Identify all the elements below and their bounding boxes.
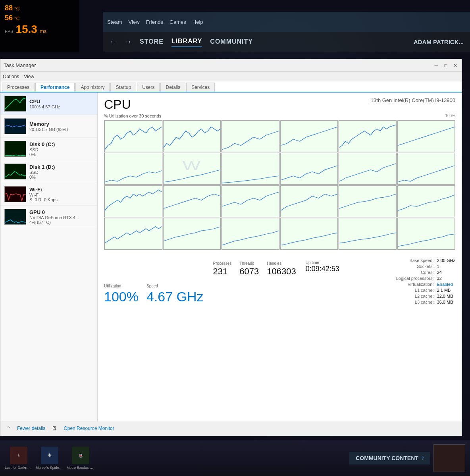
sockets-label: Sockets: <box>382 264 434 269</box>
handles-value: 106303 <box>267 266 296 277</box>
l2-label: L2 cache: <box>382 294 434 299</box>
tab-app-history[interactable]: App history <box>75 83 110 92</box>
community-title: COMMUNITY CONTENT <box>356 455 418 461</box>
sidebar-item-disk0[interactable]: Disk 0 (C:) SSD 0% <box>0 138 97 160</box>
util-stat-value: 100% <box>104 289 139 304</box>
cpu-cell-13 <box>104 185 162 217</box>
tab-startup[interactable]: Startup <box>110 83 136 92</box>
nav-library[interactable]: LIBRARY <box>171 36 202 47</box>
community-content-panel[interactable]: COMMUNITY CONTENT ? <box>349 452 430 464</box>
tab-users[interactable]: Users <box>137 83 160 92</box>
window-controls: ─ □ ✕ <box>433 62 458 69</box>
steam-menu-view[interactable]: View <box>129 19 140 25</box>
l3-val: 36.0 MB <box>437 300 453 304</box>
logical-val: 32 <box>437 276 442 281</box>
disk1-sidebar-info: Disk 1 (D:) SSD 0% <box>29 164 93 179</box>
cpu-cell-12 <box>397 153 455 185</box>
cpu-grid: W <box>104 120 455 250</box>
sidebar-item-gpu[interactable]: GPU 0 NVIDIA GeForce RTX 4... 4% (57 °C) <box>0 206 97 228</box>
wifi-sidebar-name: Wi-Fi <box>29 187 93 193</box>
sidebar-item-cpu[interactable]: CPU 100% 4.67 GHz <box>0 93 97 115</box>
util-stat-label: Utilization <box>104 284 139 288</box>
minimize-button[interactable]: ─ <box>433 62 439 69</box>
cpu-model: 13th Gen Intel(R) Core(TM) i9-13900 <box>371 97 455 103</box>
cpu-cell-17 <box>339 185 397 217</box>
maximize-button[interactable]: □ <box>443 62 449 69</box>
logical-label: Logical processors: <box>382 276 434 281</box>
hud-fps-label: FPS <box>5 29 13 34</box>
cpu-cell-5 <box>339 120 397 152</box>
cpu-cell-7 <box>104 153 162 185</box>
steam-menu-steam[interactable]: Steam <box>107 19 122 25</box>
util-max: 100% <box>445 114 455 118</box>
sidebar-item-disk1[interactable]: Disk 1 (D:) SSD 0% <box>0 160 97 183</box>
nav-forward-arrow[interactable]: → <box>125 38 132 46</box>
tab-details[interactable]: Details <box>160 83 185 92</box>
utilization-group: Utilization 100% <box>104 284 139 304</box>
sidebar-item-memory[interactable]: Memory 20.1/31.7 GB (63%) <box>0 115 97 138</box>
stats-left: Utilization 100% Speed 4.67 GHz Processe… <box>104 256 339 304</box>
nav-community[interactable]: COMMUNITY <box>210 37 253 47</box>
cpu-cell-19 <box>104 218 162 250</box>
cpu-cell-4 <box>280 120 338 152</box>
taskbar-label-spiderman: Marvel's Spider-Man: Miles Mora... <box>36 466 64 470</box>
memory-sidebar-detail: 20.1/31.7 GB (63%) <box>29 127 93 132</box>
steam-menu-games[interactable]: Games <box>170 19 186 25</box>
sidebar-item-wifi[interactable]: Wi-Fi Wi-Fi S: 0 R: 0 Kbps <box>0 183 97 206</box>
disk1-sidebar-type: SSD <box>29 170 93 175</box>
taskbar-icon-spiderman: 🕷 <box>41 447 58 464</box>
cpu-title: CPU <box>104 97 131 112</box>
uptime-group: Up time 0:09:42:53 <box>306 260 339 304</box>
monitor-icon: 🖥 <box>52 425 57 432</box>
disk0-sidebar-name: Disk 0 (C:) <box>29 141 93 147</box>
taskbar-item-spiderman[interactable]: 🕷 Marvel's Spider-Man: Miles Mora... <box>36 447 64 470</box>
gpu-sidebar-name: GPU 0 <box>29 209 93 215</box>
hud-temp1-value: 88 <box>5 3 13 13</box>
disk0-sidebar-util: 0% <box>29 152 93 157</box>
cpu-cell-3 <box>222 120 279 152</box>
cpu-header: CPU 13th Gen Intel(R) Core(TM) i9-13900 <box>104 97 455 112</box>
nav-store[interactable]: STORE <box>140 37 164 47</box>
l3-label: L3 cache: <box>382 300 434 304</box>
l2-val: 32.0 MB <box>437 294 453 299</box>
task-manager-menubar: Options View <box>0 72 462 81</box>
wifi-sidebar-type: Wi-Fi <box>29 193 93 197</box>
gpu-sidebar-util: 4% (57 °C) <box>29 220 93 225</box>
processes-label: Processes <box>213 261 232 266</box>
fewer-details-link[interactable]: Fewer details <box>17 426 45 431</box>
game-thumb-1[interactable] <box>433 444 465 472</box>
cpu-cell-1 <box>104 120 162 152</box>
tab-performance[interactable]: Performance <box>35 83 75 92</box>
cpu-cell-23 <box>339 218 397 250</box>
disk1-sidebar-name: Disk 1 (D:) <box>29 164 93 170</box>
cpu-cell-10 <box>280 153 338 185</box>
uptime-value: 0:09:42:53 <box>306 265 339 273</box>
util-label: % Utilization over 30 seconds 100% <box>104 114 455 118</box>
cpu-cell-14 <box>163 185 221 217</box>
cpu-sidebar-name: CPU <box>29 98 93 104</box>
menu-view[interactable]: View <box>24 74 34 79</box>
steam-menu-friends[interactable]: Friends <box>146 19 163 25</box>
steam-header: Steam View Friends Games Help <box>103 12 470 32</box>
menu-options[interactable]: Options <box>3 74 19 79</box>
cpu-title-group: CPU <box>104 97 131 112</box>
nav-username[interactable]: ADAM PATRICK... <box>414 39 464 45</box>
wifi-thumbnail <box>4 186 26 202</box>
cpu-cell-15 <box>222 185 279 217</box>
hud-fps-value: 15.3 <box>15 23 37 36</box>
threads-label: Threads <box>239 261 259 266</box>
base-speed-row: Base speed: 2.00 GHz <box>382 258 455 263</box>
taskbar-item-lust[interactable]: 🕯 Lust for Darkness <box>5 447 33 470</box>
tab-services[interactable]: Services <box>186 83 215 92</box>
steam-menu-help[interactable]: Help <box>193 19 203 25</box>
open-resource-monitor-link[interactable]: Open Resource Monitor <box>64 426 114 431</box>
base-speed-label: Base speed: <box>382 258 434 263</box>
close-button[interactable]: ✕ <box>452 62 458 69</box>
processes-group: Processes 231 <box>213 261 232 304</box>
taskbar-item-metro[interactable]: 🚇 Metro Exodus Enhanced ... <box>67 447 94 470</box>
game-thumbnails <box>433 444 465 472</box>
cpu-cell-20 <box>163 218 221 250</box>
nav-back-arrow[interactable]: ← <box>110 38 117 46</box>
uptime-label: Up time <box>306 260 339 265</box>
tab-processes[interactable]: Processes <box>2 83 35 92</box>
